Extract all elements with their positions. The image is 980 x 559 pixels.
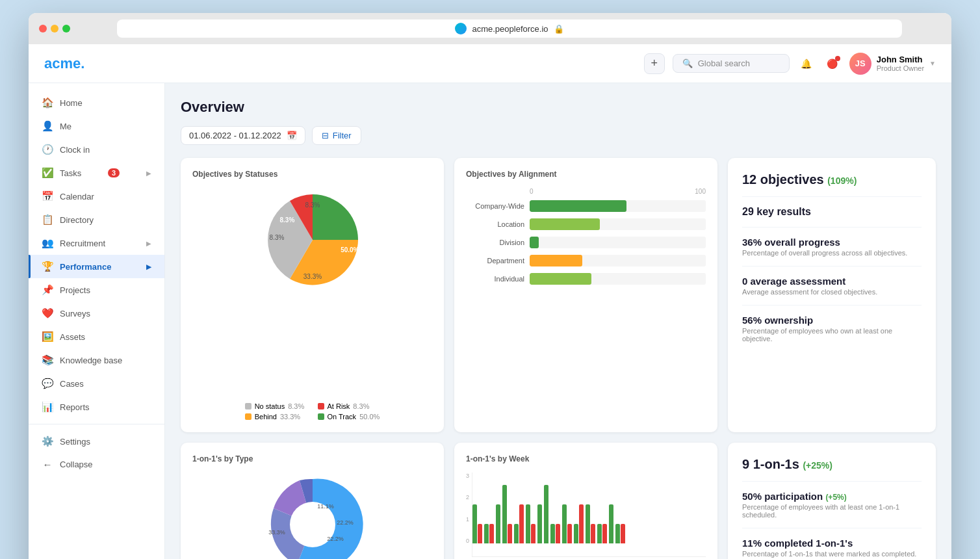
bar-track-company <box>530 200 706 212</box>
bar-fill-individual <box>530 273 591 285</box>
dot-close[interactable] <box>39 25 47 32</box>
bar-red <box>519 504 524 543</box>
bar-green <box>615 524 620 543</box>
at-risk-value: 8.3% <box>353 402 369 410</box>
at-risk-dot <box>318 403 324 410</box>
home-icon: 🏠 <box>42 97 53 109</box>
sidebar-item-home[interactable]: 🏠 Home <box>29 91 164 114</box>
surveys-icon: ❤️ <box>42 307 53 319</box>
sidebar-item-reports[interactable]: 📊 Reports <box>29 395 164 419</box>
average-assessment-desc: Average assessment for closed objectives… <box>742 288 922 296</box>
dot-maximize[interactable] <box>62 25 70 32</box>
bar-green <box>597 524 602 543</box>
objectives-by-alignment-card: Objectives by Alignment 0 100 Company-Wi… <box>454 158 717 432</box>
oneonones-count-pct: (+25%) <box>803 460 832 471</box>
sidebar-item-me[interactable]: 👤 Me <box>29 114 164 138</box>
dot-minimize[interactable] <box>51 25 58 32</box>
oneonones-pie-chart: 11.1% 33.3% 22.2% 11.1% 22.2% <box>261 473 365 559</box>
objectives-pie-container: 50.0% 33.3% 8.3% 8.3% 50.0% 33.3% 8.3% 8… <box>192 188 432 421</box>
bar-label-department: Department <box>466 257 524 265</box>
sidebar-item-directory[interactable]: 📋 Directory <box>29 208 164 231</box>
week-chart-container: 3 2 1 0 <box>466 473 706 557</box>
week-bar-group-11 <box>574 504 584 543</box>
oneonones-by-week-card: 1-on-1's by Week 3 2 1 0 <box>454 443 717 559</box>
sidebar-item-tasks[interactable]: ✅ Tasks 3 ▶ <box>29 161 164 185</box>
sidebar-label-collapse: Collapse <box>60 460 93 469</box>
user-role: Product Owner <box>877 64 924 72</box>
bar-red <box>602 524 607 543</box>
main-content: Overview 01.06.2022 - 01.12.2022 📅 ⊟ Fil… <box>165 83 951 559</box>
bar-division: Division <box>466 237 706 248</box>
bar-green <box>537 504 542 543</box>
browser-chrome: acme.peopleforce.io 🔒 <box>29 13 951 44</box>
ownership-label: 56% ownership <box>742 315 922 326</box>
sidebar-item-calendar[interactable]: 📅 Calendar <box>29 185 164 208</box>
sidebar-label-knowledge-base: Knowledge base <box>60 356 122 365</box>
sidebar-item-cases[interactable]: 💬 Cases <box>29 372 164 395</box>
at-risk-label: At Risk <box>328 402 350 410</box>
on-track-label: On Track <box>328 413 357 421</box>
bar-label-company: Company-Wide <box>466 202 524 210</box>
filter-button[interactable]: ⊟ Filter <box>312 126 361 145</box>
bar-green <box>574 524 578 543</box>
browser-address: acme.peopleforce.io 🔒 <box>117 20 902 38</box>
user-chevron-icon: ▼ <box>929 60 936 67</box>
projects-icon: 📌 <box>42 284 53 296</box>
sidebar-item-projects[interactable]: 📌 Projects <box>29 278 164 302</box>
bar-green <box>484 524 489 543</box>
sidebar-label-clock-in: Clock in <box>60 145 90 155</box>
notification-icon[interactable]: 🔴 <box>823 55 842 73</box>
week-bar-group-13 <box>597 524 607 543</box>
bar-label-location: Location <box>466 220 524 228</box>
bar-red <box>508 524 512 543</box>
average-assessment-stat: 0 average assessment Average assessment … <box>742 276 922 296</box>
bar-red <box>531 524 535 543</box>
sidebar-label-performance: Performance <box>60 262 111 272</box>
behind-label: Behind <box>255 413 277 421</box>
user-name: John Smith <box>877 55 924 64</box>
sidebar-item-assets[interactable]: 🖼️ Assets <box>29 325 164 348</box>
sidebar-label-tasks: Tasks <box>60 168 81 178</box>
sidebar-item-recruitment[interactable]: 👥 Recruitment ▶ <box>29 231 164 255</box>
average-assessment-label: 0 average assessment <box>742 276 922 287</box>
add-button[interactable]: + <box>644 53 665 74</box>
notification-badge <box>835 56 840 61</box>
key-results-count: 29 key results <box>742 206 922 218</box>
sidebar-label-projects: Projects <box>60 285 90 295</box>
participation-pct: (+5%) <box>825 493 846 502</box>
key-results-stat: 29 key results <box>742 206 922 218</box>
legend-on-track: On Track 50.0% <box>318 413 380 421</box>
objectives-legend: No status 8.3% At Risk 8.3% <box>245 402 380 421</box>
bar-red <box>621 524 625 543</box>
svg-text:8.3%: 8.3% <box>269 234 284 241</box>
sidebar-label-cases: Cases <box>60 379 84 389</box>
completed-desc: Percentage of 1-on-1s that were marked a… <box>742 550 922 558</box>
bar-green <box>496 504 500 543</box>
collapse-icon: ← <box>42 459 53 470</box>
bar-red <box>556 524 560 543</box>
sidebar-item-clock-in[interactable]: 🕐 Clock in <box>29 138 164 161</box>
cases-icon: 💬 <box>42 378 53 389</box>
bar-green <box>544 485 548 543</box>
user-details: John Smith Product Owner <box>877 55 924 72</box>
recruitment-icon: 👥 <box>42 237 53 249</box>
objectives-pct: (109%) <box>827 176 857 186</box>
filter-icon: ⊟ <box>322 131 329 140</box>
bell-icon[interactable]: 🔔 <box>797 55 816 73</box>
assets-icon: 🖼️ <box>42 331 53 343</box>
bar-red <box>567 524 572 543</box>
bar-track-individual <box>530 273 706 285</box>
svg-text:22.2%: 22.2% <box>327 536 344 542</box>
global-search[interactable]: 🔍 Global search <box>673 54 790 73</box>
week-bar-group-15 <box>615 524 625 543</box>
bar-fill-company <box>530 200 626 212</box>
sidebar-item-knowledge-base[interactable]: 📚 Knowledge base <box>29 348 164 372</box>
sidebar-item-settings[interactable]: ⚙️ Settings <box>29 430 164 453</box>
sidebar-item-performance[interactable]: 🏆 Performance ▶ <box>29 255 164 278</box>
user-menu[interactable]: JS John Smith Product Owner ▼ <box>849 53 936 75</box>
sidebar-item-collapse[interactable]: ← Collapse <box>29 453 164 476</box>
overall-progress-desc: Percentage of overall progress across al… <box>742 249 922 257</box>
date-range-picker[interactable]: 01.06.2022 - 01.12.2022 📅 <box>181 126 305 145</box>
main-layout: 🏠 Home 👤 Me 🕐 Clock in ✅ Tasks 3 ▶ <box>29 83 951 559</box>
sidebar-item-surveys[interactable]: ❤️ Surveys <box>29 302 164 325</box>
